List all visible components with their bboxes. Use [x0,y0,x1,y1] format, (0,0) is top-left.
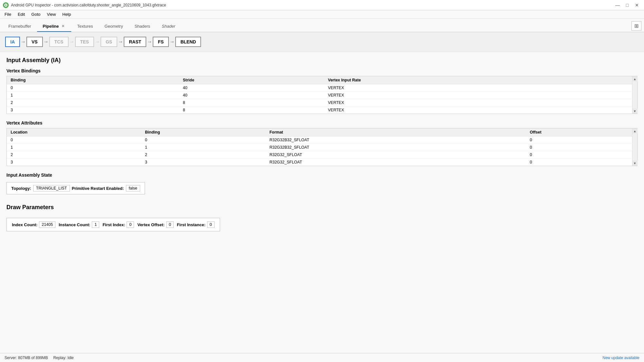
instance-count-value: 1 [92,221,99,228]
tab-shader[interactable]: Shader [156,21,181,32]
stage-IA[interactable]: IA [5,37,20,47]
index-count-label: Index Count: [12,222,37,227]
vertex-attributes-scrollbar: ▲ ▼ [632,128,637,166]
tab-framebuffer-label: Framebuffer [8,24,31,29]
index-count-value: 21405 [39,221,55,228]
title-bar: Android GPU Inspector - com.activision.c… [0,0,644,10]
scroll-track [632,81,637,108]
minimize-button[interactable]: — [613,1,622,9]
stage-BLEND[interactable]: BLEND [175,37,201,47]
status-bar: Server: 807MB of 899MB Replay: Idle New … [0,353,644,362]
table-row: 28VERTEX [7,99,632,107]
update-link[interactable]: New update available [602,356,639,360]
table-row: 11R32G32B32_SFLOAT0 [7,144,632,151]
col-stride: Stride [179,76,324,84]
tabs: Framebuffer Pipeline ✕ Textures Geometry… [3,21,181,32]
menu-help[interactable]: Help [59,11,74,17]
tab-geometry-label: Geometry [105,24,123,29]
table-row: 22R32G32_SFLOAT0 [7,151,632,159]
menu-edit[interactable]: Edit [14,11,28,17]
table-row: 00R32G32B32_SFLOAT0 [7,136,632,144]
window-title: Android GPU Inspector - com.activision.c… [11,3,166,7]
main-content: Input Assembly (IA) Vertex Bindings Bind… [0,52,644,353]
vertex-bindings-container: Binding Stride Vertex Input Rate 040VERT… [6,76,638,114]
vertex-attributes-title: Vertex Attributes [6,120,638,125]
arrow-6: → [147,39,152,45]
tab-geometry[interactable]: Geometry [99,21,129,32]
table-row: 140VERTEX [7,92,632,99]
topology-label: Topology: [11,186,31,191]
arrow-2: → [43,39,49,45]
scroll-up-button[interactable]: ▲ [632,76,638,81]
instance-count-label: Instance Count: [59,222,90,227]
menu-goto[interactable]: Goto [28,11,43,17]
primitive-label: Primitive Restart Enabled: [72,186,124,191]
col-binding: Binding [7,76,179,84]
tab-pipeline-label: Pipeline [43,24,59,29]
title-bar-left: Android GPU Inspector - com.activision.c… [3,2,166,8]
vertex-offset-group: Vertex Offset: 0 [137,221,174,228]
draw-params-title: Draw Parameters [6,204,638,211]
topology-value: TRIANGLE_LIST [33,185,70,191]
scroll-down-button[interactable]: ▼ [632,108,638,114]
arrow-7: → [169,39,175,45]
tab-framebuffer[interactable]: Framebuffer [3,21,37,32]
close-button[interactable]: ✕ [632,1,641,9]
stage-RAST[interactable]: RAST [124,37,146,47]
menu-bar: File Edit Goto View Help [0,10,644,19]
col-format: Format [265,128,526,136]
svg-point-2 [5,5,6,6]
arrow-1: → [21,39,26,45]
stage-VS[interactable]: VS [26,37,43,47]
stage-GS[interactable]: GS [101,37,117,47]
menu-view[interactable]: View [44,11,59,17]
status-left: Server: 807MB of 899MB Replay: Idle [5,356,74,360]
index-count-group: Index Count: 21405 [12,221,55,228]
tab-shaders[interactable]: Shaders [129,21,156,32]
replay-info: Replay: Idle [53,356,73,360]
first-instance-group: First Instance: 0 [177,221,215,228]
scroll-up-attr-button[interactable]: ▲ [632,128,638,134]
stage-FS[interactable]: FS [153,37,169,47]
primitive-value: false [126,185,140,191]
vertex-attributes-table: Location Binding Format Offset 00R32G32B… [7,128,632,166]
draw-parameters-section: Draw Parameters Index Count: 21405 Insta… [6,204,638,231]
assembly-state-title: Input Assembly State [6,172,638,178]
tab-textures-label: Textures [77,24,93,29]
arrow-5: → [118,39,123,45]
stage-TES[interactable]: TES [75,37,94,47]
col-vertex-input-rate: Vertex Input Rate [324,76,632,84]
scroll-down-attr-button[interactable]: ▼ [632,161,638,166]
stage-TCS[interactable]: TCS [49,37,69,47]
col-offset: Offset [526,128,632,136]
col-binding-attr: Binding [141,128,265,136]
tab-shader-label: Shader [162,24,175,29]
instance-count-group: Instance Count: 1 [59,221,99,228]
maximize-button[interactable]: □ [623,1,632,9]
col-location: Location [7,128,141,136]
table-row: 040VERTEX [7,84,632,92]
expand-button[interactable]: ⊞ [631,21,641,31]
tab-pipeline[interactable]: Pipeline ✕ [37,21,72,32]
scroll-track-attr [632,134,637,161]
arrow-4: → [95,39,100,45]
section-gap [6,194,638,204]
app-icon [3,2,9,8]
draw-params-box: Index Count: 21405 Instance Count: 1 Fir… [6,218,220,231]
tab-textures[interactable]: Textures [71,21,99,32]
first-index-value: 0 [127,221,134,228]
table-row: 33R32G32_SFLOAT0 [7,159,632,166]
menu-file[interactable]: File [1,11,14,17]
tab-pipeline-close[interactable]: ✕ [61,24,65,29]
title-bar-controls: — □ ✕ [613,1,641,9]
vertex-offset-value: 0 [166,221,174,228]
input-assembly-section: Input Assembly (IA) Vertex Bindings Bind… [6,57,638,194]
tab-shaders-label: Shaders [135,24,150,29]
pipeline-bar: IA → VS → TCS → TES → GS → RAST → FS → B… [0,32,644,52]
arrow-3: → [69,39,74,45]
vertex-attributes-container: Location Binding Format Offset 00R32G32B… [6,128,638,166]
first-instance-value: 0 [207,221,215,228]
vertex-bindings-title: Vertex Bindings [6,68,638,73]
vertex-bindings-table: Binding Stride Vertex Input Rate 040VERT… [7,76,632,114]
first-index-group: First Index: 0 [102,221,134,228]
